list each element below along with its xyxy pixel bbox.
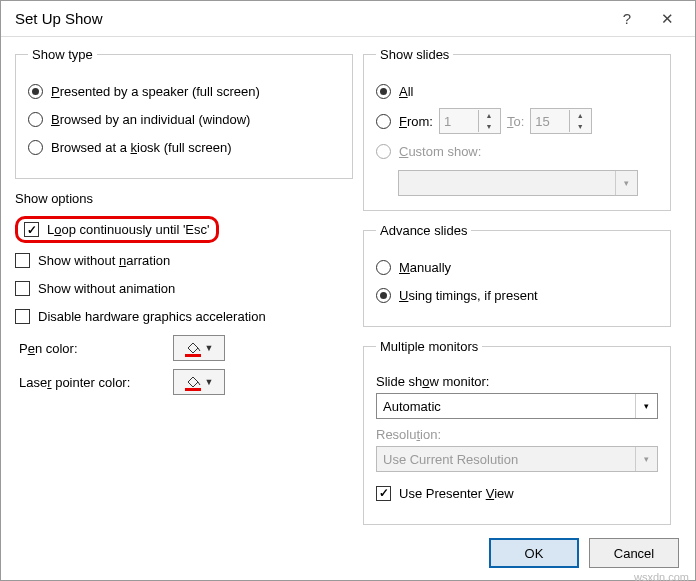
chevron-down-icon: ▼ — [205, 343, 214, 353]
dialog-footer: OK Cancel — [489, 538, 679, 568]
slides-all[interactable]: All — [376, 80, 658, 102]
monitor-label: Slide show monitor: — [376, 374, 658, 389]
from-value[interactable] — [440, 114, 478, 129]
ok-button[interactable]: OK — [489, 538, 579, 568]
checkbox-icon — [15, 253, 30, 268]
radio-icon — [376, 114, 391, 129]
radio-icon — [28, 112, 43, 127]
to-label: To: — [507, 114, 524, 129]
loop-continuously[interactable]: Loop continuously until 'Esc' — [15, 216, 353, 243]
slides-from[interactable]: From: — [376, 110, 433, 132]
radio-icon — [376, 288, 391, 303]
resolution-select: Use Current Resolution ▾ — [376, 446, 658, 472]
pen-color-label: Pen color: — [19, 341, 159, 356]
multiple-monitors-group: Multiple monitors Slide show monitor: Au… — [363, 339, 671, 525]
chevron-down-icon: ▾ — [635, 394, 657, 418]
use-presenter-view[interactable]: Use Presenter View — [376, 482, 658, 504]
spin-down-icon[interactable]: ▼ — [570, 121, 590, 132]
show-type-legend: Show type — [28, 47, 97, 62]
without-narration[interactable]: Show without narration — [15, 249, 353, 271]
checkbox-icon — [376, 486, 391, 501]
checkbox-icon — [24, 222, 39, 237]
cancel-button[interactable]: Cancel — [589, 538, 679, 568]
checkbox-icon — [15, 281, 30, 296]
show-type-individual[interactable]: Browsed by an individual (window) — [28, 108, 340, 130]
radio-icon — [28, 84, 43, 99]
window-title: Set Up Show — [15, 10, 607, 27]
spin-up-icon[interactable]: ▲ — [479, 110, 499, 121]
without-animation[interactable]: Show without animation — [15, 277, 353, 299]
loop-highlight: Loop continuously until 'Esc' — [15, 216, 219, 243]
radio-icon — [376, 144, 391, 159]
spin-down-icon[interactable]: ▼ — [479, 121, 499, 132]
watermark: wsxdn.com — [634, 571, 689, 581]
show-type-kiosk[interactable]: Browsed at a kiosk (full screen) — [28, 136, 340, 158]
from-spinner[interactable]: ▲▼ — [439, 108, 501, 134]
color-swatch — [185, 388, 201, 391]
radio-icon — [376, 84, 391, 99]
monitor-value: Automatic — [383, 399, 441, 414]
advance-slides-group: Advance slides Manually Using timings, i… — [363, 223, 671, 327]
radio-icon — [376, 260, 391, 275]
show-options-label: Show options — [15, 191, 353, 206]
show-type-group: Show type Presented by a speaker (full s… — [15, 47, 353, 179]
advance-manually[interactable]: Manually — [376, 256, 658, 278]
show-slides-legend: Show slides — [376, 47, 453, 62]
show-type-speaker[interactable]: Presented by a speaker (full screen) — [28, 80, 340, 102]
laser-color-picker[interactable]: ▼ — [173, 369, 225, 395]
laser-color-label: Laser pointer color: — [19, 375, 159, 390]
checkbox-icon — [15, 309, 30, 324]
titlebar: Set Up Show ? ✕ — [1, 1, 695, 37]
resolution-label: Resolution: — [376, 427, 658, 442]
to-value[interactable] — [531, 114, 569, 129]
custom-show-select: ▾ — [398, 170, 638, 196]
resolution-value: Use Current Resolution — [383, 452, 518, 467]
disable-hw-graphics[interactable]: Disable hardware graphics acceleration — [15, 305, 353, 327]
monitor-select[interactable]: Automatic ▾ — [376, 393, 658, 419]
chevron-down-icon: ▾ — [615, 171, 637, 195]
advance-timings[interactable]: Using timings, if present — [376, 284, 658, 306]
slides-custom: Custom show: — [376, 140, 658, 162]
close-button[interactable]: ✕ — [647, 4, 687, 34]
monitors-legend: Multiple monitors — [376, 339, 482, 354]
to-spinner[interactable]: ▲▼ — [530, 108, 592, 134]
show-slides-group: Show slides All From: ▲▼ To: — [363, 47, 671, 211]
spin-up-icon[interactable]: ▲ — [570, 110, 590, 121]
setup-show-dialog: Set Up Show ? ✕ Show type Presented by a… — [0, 0, 696, 581]
chevron-down-icon: ▾ — [635, 447, 657, 471]
help-button[interactable]: ? — [607, 4, 647, 34]
advance-legend: Advance slides — [376, 223, 471, 238]
color-swatch — [185, 354, 201, 357]
radio-icon — [28, 140, 43, 155]
chevron-down-icon: ▼ — [205, 377, 214, 387]
pen-color-picker[interactable]: ▼ — [173, 335, 225, 361]
